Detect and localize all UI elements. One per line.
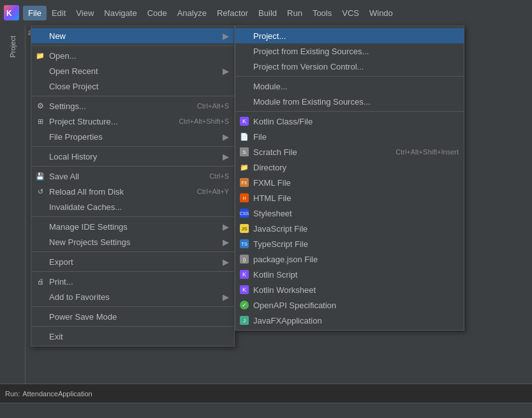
app-logo: K [3, 4, 20, 22]
reload-icon: ↺ [35, 186, 45, 197]
menu-item-directory[interactable]: 📁 Directory [235, 160, 464, 175]
menu-item-manage-ide[interactable]: Manage IDE Settings ▶ [31, 219, 234, 234]
separator-6 [31, 251, 234, 252]
menu-item-open-recent[interactable]: Open Recent ▶ [31, 63, 234, 78]
submenu-arrow-ex-icon: ▶ [223, 257, 229, 267]
submenu-arrow-fav-icon: ▶ [223, 292, 229, 302]
fxml-icon: FX [239, 177, 249, 188]
menu-analyze[interactable]: Analyze [172, 6, 212, 20]
menu-item-export[interactable]: Export ▶ [31, 254, 234, 269]
menu-refactor[interactable]: Refactor [212, 6, 253, 20]
menu-navigate[interactable]: Navigate [99, 6, 142, 20]
menu-build[interactable]: Build [253, 6, 282, 20]
package-json-icon: {} [239, 254, 249, 264]
gear-icon: ⚙ [35, 101, 45, 111]
separator-9 [31, 326, 234, 327]
save-shortcut: Ctrl+S [196, 172, 229, 180]
menu-item-open[interactable]: 📁 Open... [31, 48, 234, 63]
status-bar [0, 403, 532, 418]
menubar: K File Edit View Navigate Code Analyze R… [0, 0, 532, 26]
menu-item-project-structure[interactable]: ⊞ Project Structure... Ctrl+Alt+Shift+S [31, 114, 234, 129]
menu-item-openapi[interactable]: ✓ OpenAPI Specification [235, 297, 464, 313]
menu-item-kotlin-class[interactable]: K Kotlin Class/File [235, 114, 464, 129]
grid-icon: ⊞ [35, 116, 45, 126]
menu-item-scratch[interactable]: S Scratch File Ctrl+Alt+Shift+Insert [235, 144, 464, 160]
submenu-arrow-icon: ▶ [223, 31, 229, 41]
new-submenu-panel: Project... Project from Existing Sources… [235, 26, 464, 331]
css-icon: CSS [239, 208, 249, 218]
separator-2 [31, 96, 234, 96]
save-icon: 💾 [35, 171, 45, 181]
menu-item-js[interactable]: JS JavaScript File [235, 221, 464, 236]
menu-item-module[interactable]: Module... [235, 78, 464, 94]
file-menu-panel: New ▶ 📁 Open... Open Recent ▶ Close Proj… [31, 26, 235, 347]
reload-shortcut: Ctrl+Alt+Y [184, 188, 229, 195]
run-area: Run: AttendanceApplication [0, 384, 532, 403]
kotlin-worksheet-icon: K [239, 285, 249, 295]
menu-item-new-projects[interactable]: New Projects Settings ▶ [31, 234, 234, 250]
menu-item-module-existing[interactable]: Module from Existing Sources... [235, 94, 464, 109]
javafx-icon: J [239, 315, 249, 325]
menu-item-local-history[interactable]: Local History ▶ [31, 149, 234, 164]
menu-item-print[interactable]: 🖨 Print... [31, 274, 234, 289]
separator-5 [31, 216, 234, 217]
submenu-arrow-ide-icon: ▶ [223, 222, 229, 232]
openapi-icon: ✓ [239, 300, 249, 310]
menu-item-package-json[interactable]: {} package.json File [235, 251, 464, 267]
menu-item-project-vcs[interactable]: Project from Version Control... [235, 59, 464, 74]
separator-4 [31, 166, 234, 167]
menu-item-invalidate[interactable]: Invalidate Caches... [31, 199, 234, 214]
menu-item-fxml[interactable]: FX FXML File [235, 175, 464, 190]
menu-item-power-save[interactable]: Power Save Mode [31, 309, 234, 324]
menu-code[interactable]: Code [142, 6, 172, 20]
menu-edit[interactable]: Edit [47, 6, 71, 20]
menu-item-javafx[interactable]: J JavaFXApplication [235, 313, 464, 328]
file-icon: 📄 [239, 131, 249, 142]
project-structure-shortcut: Ctrl+Alt+Shift+S [166, 117, 229, 125]
submenu-arrow-lh-icon: ▶ [223, 152, 229, 161]
directory-icon: 📁 [239, 162, 249, 172]
menu-item-close-project[interactable]: Close Project [31, 78, 234, 94]
menu-tools[interactable]: Tools [307, 6, 337, 20]
svg-text:K: K [6, 9, 12, 18]
menu-view[interactable]: View [71, 6, 99, 20]
submenu-arrow-recent-icon: ▶ [223, 66, 229, 76]
html-icon: H [239, 193, 249, 203]
menu-item-ts[interactable]: TS TypeScript File [235, 236, 464, 251]
run-label: Run: [5, 390, 20, 398]
separator-7 [31, 271, 234, 272]
menu-item-settings[interactable]: ⚙ Settings... Ctrl+Alt+S [31, 98, 234, 114]
menu-item-html[interactable]: H HTML File [235, 190, 464, 205]
scratch-icon: S [239, 147, 249, 157]
menu-window[interactable]: Windo [364, 6, 398, 20]
submenu-arrow-fp-icon: ▶ [223, 132, 229, 142]
menu-item-exit[interactable]: Exit [31, 329, 234, 344]
new-sep-2 [235, 111, 464, 112]
settings-shortcut: Ctrl+Alt+S [184, 102, 229, 110]
sidebar: Project [0, 26, 26, 418]
menu-run[interactable]: Run [282, 6, 307, 20]
file-menu-dropdown: New ▶ 📁 Open... Open Recent ▶ Close Proj… [31, 26, 235, 347]
menu-item-project-existing[interactable]: Project from Existing Sources... [235, 43, 464, 59]
ts-icon: TS [239, 239, 249, 249]
menu-vcs[interactable]: VCS [337, 6, 364, 20]
menu-item-favorites[interactable]: Add to Favorites ▶ [31, 289, 234, 304]
menu-item-reload[interactable]: ↺ Reload All from Disk Ctrl+Alt+Y [31, 184, 234, 199]
menu-item-kotlin-script[interactable]: K Kotlin Script [235, 267, 464, 282]
menu-item-save-all[interactable]: 💾 Save All Ctrl+S [31, 168, 234, 184]
menu-item-file[interactable]: 📄 File [235, 129, 464, 144]
print-icon: 🖨 [35, 276, 45, 287]
menu-item-project[interactable]: Project... [235, 28, 464, 43]
menu-item-css[interactable]: CSS Stylesheet [235, 205, 464, 221]
kotlin-class-icon: K [239, 116, 249, 126]
menu-item-kotlin-worksheet[interactable]: K Kotlin Worksheet [235, 282, 464, 297]
menu-item-new[interactable]: New ▶ [31, 28, 234, 43]
js-icon: JS [239, 223, 249, 234]
sidebar-tab-project[interactable]: Project [6, 31, 19, 63]
menu-file[interactable]: File [23, 6, 47, 20]
submenu-arrow-nps-icon: ▶ [223, 237, 229, 247]
menu-item-file-properties[interactable]: File Properties ▶ [31, 129, 234, 144]
kotlin-script-icon: K [239, 269, 249, 280]
run-app-label: AttendanceApplication [22, 390, 92, 398]
new-sep-1 [235, 76, 464, 77]
